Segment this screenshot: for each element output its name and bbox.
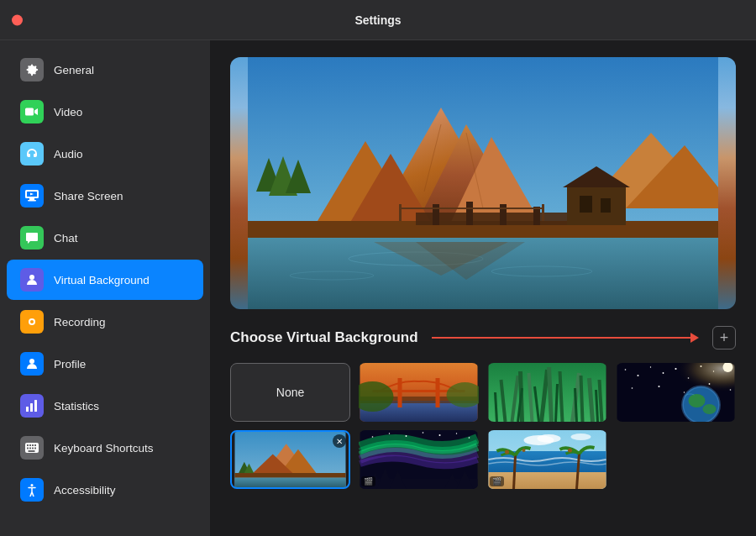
sidebar-item-audio[interactable]: Audio: [7, 134, 203, 174]
sidebar-item-share-screen[interactable]: Share Screen: [7, 176, 203, 216]
content-area: Choose Virtual Background + None: [210, 40, 756, 536]
svg-rect-12: [30, 403, 33, 412]
svg-rect-13: [34, 400, 37, 412]
chat-icon: [20, 226, 44, 250]
svg-point-9: [30, 320, 34, 323]
accessibility-icon: [20, 478, 44, 502]
sidebar-item-general[interactable]: General: [7, 50, 203, 90]
svg-rect-1: [25, 108, 34, 116]
background-golden-gate[interactable]: [359, 363, 479, 422]
background-mountains-selected[interactable]: ✕: [230, 430, 350, 489]
svg-point-133: [568, 449, 572, 453]
svg-rect-16: [29, 444, 31, 446]
svg-line-74: [581, 376, 583, 422]
thumbnails-grid: None: [230, 363, 736, 489]
svg-rect-18: [34, 444, 36, 446]
background-space[interactable]: [616, 363, 736, 422]
video-indicator-beach: 🎬: [490, 476, 504, 486]
svg-rect-22: [34, 448, 36, 449]
svg-rect-17: [32, 444, 34, 446]
sidebar-item-accessibility-label: Accessibility: [54, 484, 116, 497]
svg-point-117: [439, 434, 441, 436]
svg-rect-46: [580, 196, 592, 213]
section-header: Choose Virtual Background +: [230, 326, 736, 349]
sidebar-item-keyboard-shortcuts[interactable]: Keyboard Shortcuts: [7, 428, 203, 468]
svg-point-115: [406, 435, 407, 437]
svg-point-24: [31, 484, 34, 486]
sidebar-item-keyboard-shortcuts-label: Keyboard Shortcuts: [54, 442, 154, 455]
sidebar-item-share-screen-label: Share Screen: [54, 190, 123, 202]
svg-rect-102: [617, 363, 735, 422]
remove-background-button[interactable]: ✕: [333, 434, 346, 448]
sidebar-item-profile-label: Profile: [54, 358, 86, 370]
svg-point-136: [571, 434, 591, 440]
svg-rect-48: [399, 204, 402, 221]
keyboard-icon: [20, 436, 44, 460]
svg-rect-19: [27, 448, 29, 449]
sidebar-item-statistics[interactable]: Statistics: [7, 386, 203, 426]
share-screen-icon: [20, 184, 44, 208]
sidebar-item-video-label: Video: [54, 106, 82, 118]
svg-rect-21: [32, 448, 34, 449]
sidebar-item-recording[interactable]: Recording: [7, 302, 203, 342]
svg-point-118: [456, 433, 457, 434]
profile-icon: [20, 352, 44, 376]
add-background-button[interactable]: +: [712, 326, 736, 349]
sidebar-item-virtual-background-label: Virtual Background: [54, 274, 150, 286]
svg-rect-40: [433, 204, 439, 225]
svg-point-10: [29, 359, 34, 364]
svg-point-130: [505, 450, 509, 455]
svg-point-119: [469, 437, 470, 439]
section-title: Choose Virtual Background: [230, 329, 418, 346]
svg-rect-108: [235, 473, 346, 478]
video-icon: [20, 100, 44, 123]
svg-line-81: [575, 388, 577, 422]
sidebar-item-virtual-background[interactable]: Virtual Background: [7, 260, 203, 300]
background-aurora[interactable]: 🎬: [359, 430, 479, 489]
main-layout: General Video Audio: [0, 40, 756, 536]
svg-rect-47: [601, 198, 611, 213]
svg-line-71: [549, 367, 552, 422]
sidebar-item-profile[interactable]: Profile: [7, 344, 203, 384]
svg-rect-49: [542, 204, 544, 221]
svg-rect-41: [466, 202, 473, 225]
window-title: Settings: [354, 13, 401, 27]
svg-line-129: [514, 455, 516, 489]
arrow-decoration: [432, 333, 699, 343]
svg-rect-15: [27, 444, 29, 446]
sidebar-item-accessibility[interactable]: Accessibility: [7, 470, 203, 510]
arrow-head: [690, 333, 699, 343]
svg-line-80: [556, 384, 558, 422]
svg-rect-23: [29, 450, 35, 452]
headphones-icon: [20, 142, 44, 166]
close-button[interactable]: [12, 14, 23, 25]
svg-point-7: [29, 275, 34, 280]
title-bar: Settings: [0, 0, 756, 40]
background-none[interactable]: None: [230, 363, 350, 422]
svg-line-77: [496, 392, 497, 422]
sidebar-item-chat[interactable]: Chat: [7, 218, 203, 258]
sidebar-item-chat-label: Chat: [54, 232, 78, 244]
svg-point-135: [538, 434, 561, 443]
svg-rect-11: [26, 407, 29, 412]
video-indicator-aurora: 🎬: [361, 476, 375, 486]
background-beach[interactable]: 🎬: [487, 430, 607, 489]
statistics-icon: [20, 394, 44, 418]
sidebar-item-video[interactable]: Video: [7, 92, 203, 132]
svg-point-116: [423, 432, 424, 434]
svg-rect-4: [28, 200, 36, 202]
recording-icon: [20, 310, 44, 334]
svg-point-131: [522, 449, 526, 452]
svg-rect-128: [489, 472, 606, 489]
none-label: None: [276, 386, 304, 399]
virtual-background-preview: [230, 57, 736, 309]
svg-rect-44: [567, 187, 626, 225]
gear-icon: [20, 58, 44, 81]
svg-rect-43: [533, 207, 540, 225]
background-grass[interactable]: [487, 363, 607, 422]
svg-rect-109: [235, 478, 346, 487]
sidebar-item-recording-label: Recording: [54, 316, 106, 328]
svg-point-114: [389, 433, 390, 434]
svg-rect-42: [500, 204, 507, 225]
svg-rect-20: [29, 448, 31, 449]
